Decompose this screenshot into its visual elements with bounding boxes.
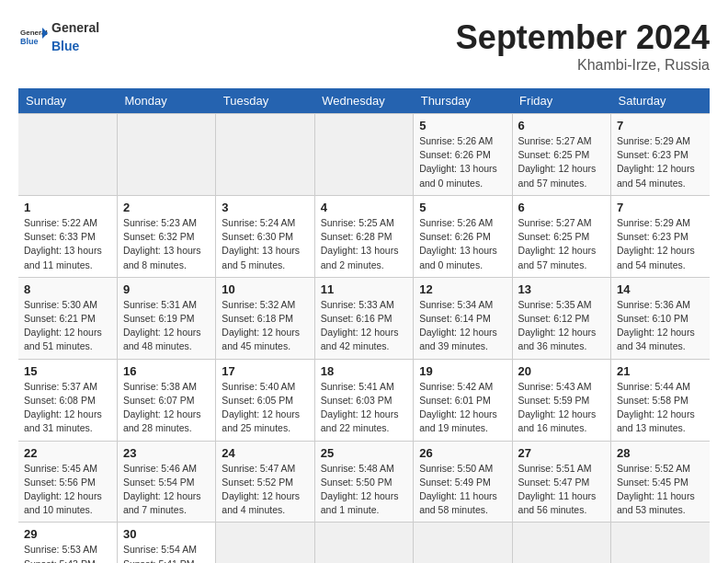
calendar-cell: 2Sunrise: 5:23 AMSunset: 6:32 PMDaylight…: [117, 195, 215, 277]
calendar-cell: 9Sunrise: 5:31 AMSunset: 6:19 PMDaylight…: [117, 277, 215, 359]
day-number: 1: [24, 201, 111, 214]
calendar-cell: 18Sunrise: 5:41 AMSunset: 6:03 PMDayligh…: [314, 359, 413, 441]
calendar-cell: 15Sunrise: 5:37 AMSunset: 6:08 PMDayligh…: [18, 359, 117, 441]
calendar-cell: 5Sunrise: 5:26 AMSunset: 6:26 PMDaylight…: [414, 114, 512, 196]
calendar-body: 5Sunrise: 5:26 AMSunset: 6:26 PMDaylight…: [18, 114, 710, 564]
calendar-cell: [18, 114, 117, 196]
calendar-cell: 12Sunrise: 5:34 AMSunset: 6:14 PMDayligh…: [414, 277, 512, 359]
title-block: September 2024 Khambi-Irze, Russia: [456, 18, 710, 74]
day-detail: Sunrise: 5:38 AMSunset: 6:07 PMDaylight:…: [123, 380, 210, 436]
day-number: 7: [617, 119, 704, 132]
day-detail: Sunrise: 5:25 AMSunset: 6:28 PMDaylight:…: [321, 216, 407, 272]
header-saturday: Saturday: [611, 88, 710, 114]
day-number: 12: [419, 282, 506, 296]
day-detail: Sunrise: 5:53 AMSunset: 5:43 PMDaylight:…: [24, 543, 111, 563]
calendar-cell: 21Sunrise: 5:44 AMSunset: 5:58 PMDayligh…: [611, 359, 710, 441]
calendar-cell: 5Sunrise: 5:26 AMSunset: 6:26 PMDaylight…: [414, 195, 512, 277]
day-detail: Sunrise: 5:48 AMSunset: 5:50 PMDaylight:…: [321, 462, 407, 518]
header-sunday: Sunday: [18, 88, 117, 114]
day-number: 14: [617, 282, 704, 296]
svg-text:Blue: Blue: [20, 37, 39, 46]
calendar-cell: 3Sunrise: 5:24 AMSunset: 6:30 PMDaylight…: [216, 195, 314, 277]
calendar-cell: 26Sunrise: 5:50 AMSunset: 5:49 PMDayligh…: [414, 441, 512, 523]
calendar-cell: 16Sunrise: 5:38 AMSunset: 6:07 PMDayligh…: [117, 359, 215, 441]
calendar-cell: 7Sunrise: 5:29 AMSunset: 6:23 PMDaylight…: [611, 114, 710, 196]
page-header: General Blue General Blue September 2024…: [18, 18, 710, 74]
calendar-cell: [117, 114, 215, 196]
day-number: 3: [222, 201, 308, 214]
day-number: 2: [123, 201, 210, 214]
calendar-header: Sunday Monday Tuesday Wednesday Thursday…: [18, 88, 710, 114]
calendar-week-row: 15Sunrise: 5:37 AMSunset: 6:08 PMDayligh…: [18, 359, 710, 441]
calendar-cell: 25Sunrise: 5:48 AMSunset: 5:50 PMDayligh…: [314, 441, 413, 523]
calendar-cell: [216, 114, 314, 196]
location-title: Khambi-Irze, Russia: [456, 57, 710, 74]
day-detail: Sunrise: 5:37 AMSunset: 6:08 PMDaylight:…: [24, 380, 111, 436]
calendar-cell: 30Sunrise: 5:54 AMSunset: 5:41 PMDayligh…: [117, 523, 215, 563]
day-detail: Sunrise: 5:52 AMSunset: 5:45 PMDaylight:…: [617, 462, 704, 518]
day-detail: Sunrise: 5:46 AMSunset: 5:54 PMDaylight:…: [123, 462, 210, 518]
logo-blue-text: Blue: [51, 39, 79, 53]
day-detail: Sunrise: 5:36 AMSunset: 6:10 PMDaylight:…: [617, 298, 704, 354]
calendar-week-row: 1Sunrise: 5:22 AMSunset: 6:33 PMDaylight…: [18, 195, 710, 277]
day-detail: Sunrise: 5:32 AMSunset: 6:18 PMDaylight:…: [222, 298, 308, 354]
day-detail: Sunrise: 5:24 AMSunset: 6:30 PMDaylight:…: [222, 216, 308, 272]
day-number: 29: [24, 527, 111, 541]
calendar-table: Sunday Monday Tuesday Wednesday Thursday…: [18, 88, 710, 563]
calendar-cell: 10Sunrise: 5:32 AMSunset: 6:18 PMDayligh…: [216, 277, 314, 359]
day-detail: Sunrise: 5:42 AMSunset: 6:01 PMDaylight:…: [419, 380, 506, 436]
day-number: 22: [24, 446, 111, 460]
header-friday: Friday: [512, 88, 610, 114]
calendar-cell: 14Sunrise: 5:36 AMSunset: 6:10 PMDayligh…: [611, 277, 710, 359]
calendar-cell: [611, 523, 710, 563]
calendar-cell: 27Sunrise: 5:51 AMSunset: 5:47 PMDayligh…: [512, 441, 610, 523]
day-detail: Sunrise: 5:29 AMSunset: 6:23 PMDaylight:…: [617, 134, 704, 190]
calendar-week-row: 8Sunrise: 5:30 AMSunset: 6:21 PMDaylight…: [18, 277, 710, 359]
calendar-cell: 6Sunrise: 5:27 AMSunset: 6:25 PMDaylight…: [512, 114, 610, 196]
day-number: 5: [419, 119, 506, 132]
calendar-cell: 19Sunrise: 5:42 AMSunset: 6:01 PMDayligh…: [414, 359, 512, 441]
calendar-week-row: 22Sunrise: 5:45 AMSunset: 5:56 PMDayligh…: [18, 441, 710, 523]
calendar-cell: 20Sunrise: 5:43 AMSunset: 5:59 PMDayligh…: [512, 359, 610, 441]
day-detail: Sunrise: 5:23 AMSunset: 6:32 PMDaylight:…: [123, 216, 210, 272]
day-number: 24: [222, 446, 308, 460]
day-detail: Sunrise: 5:29 AMSunset: 6:23 PMDaylight:…: [617, 216, 704, 272]
header-tuesday: Tuesday: [216, 88, 314, 114]
header-wednesday: Wednesday: [314, 88, 413, 114]
calendar-cell: 11Sunrise: 5:33 AMSunset: 6:16 PMDayligh…: [314, 277, 413, 359]
day-number: 28: [617, 446, 704, 460]
day-number: 21: [617, 364, 704, 378]
day-detail: Sunrise: 5:44 AMSunset: 5:58 PMDaylight:…: [617, 380, 704, 436]
day-detail: Sunrise: 5:30 AMSunset: 6:21 PMDaylight:…: [24, 298, 111, 354]
day-detail: Sunrise: 5:34 AMSunset: 6:14 PMDaylight:…: [419, 298, 506, 354]
day-number: 8: [24, 282, 111, 296]
calendar-cell: 13Sunrise: 5:35 AMSunset: 6:12 PMDayligh…: [512, 277, 610, 359]
day-number: 16: [123, 364, 210, 378]
calendar-cell: [314, 114, 413, 196]
day-number: 23: [123, 446, 210, 460]
day-number: 26: [419, 446, 506, 460]
calendar-cell: 7Sunrise: 5:29 AMSunset: 6:23 PMDaylight…: [611, 195, 710, 277]
month-title: September 2024: [456, 18, 710, 57]
day-detail: Sunrise: 5:31 AMSunset: 6:19 PMDaylight:…: [123, 298, 210, 354]
header-row: Sunday Monday Tuesday Wednesday Thursday…: [18, 88, 710, 114]
calendar-cell: 29Sunrise: 5:53 AMSunset: 5:43 PMDayligh…: [18, 523, 117, 563]
day-detail: Sunrise: 5:45 AMSunset: 5:56 PMDaylight:…: [24, 462, 111, 518]
day-detail: Sunrise: 5:54 AMSunset: 5:41 PMDaylight:…: [123, 543, 210, 563]
calendar-cell: 23Sunrise: 5:46 AMSunset: 5:54 PMDayligh…: [117, 441, 215, 523]
calendar-cell: 8Sunrise: 5:30 AMSunset: 6:21 PMDaylight…: [18, 277, 117, 359]
logo-icon: General Blue: [18, 22, 48, 52]
day-number: 7: [617, 201, 704, 214]
day-detail: Sunrise: 5:47 AMSunset: 5:52 PMDaylight:…: [222, 462, 308, 518]
logo-general-text: General: [51, 20, 99, 35]
day-detail: Sunrise: 5:26 AMSunset: 6:26 PMDaylight:…: [419, 134, 506, 190]
day-detail: Sunrise: 5:27 AMSunset: 6:25 PMDaylight:…: [518, 134, 605, 190]
calendar-cell: [314, 523, 413, 563]
day-number: 13: [518, 282, 605, 296]
day-number: 5: [419, 201, 506, 214]
calendar-cell: [414, 523, 512, 563]
day-number: 10: [222, 282, 308, 296]
day-number: 11: [321, 282, 407, 296]
day-detail: Sunrise: 5:27 AMSunset: 6:25 PMDaylight:…: [518, 216, 605, 272]
calendar-cell: [512, 523, 610, 563]
